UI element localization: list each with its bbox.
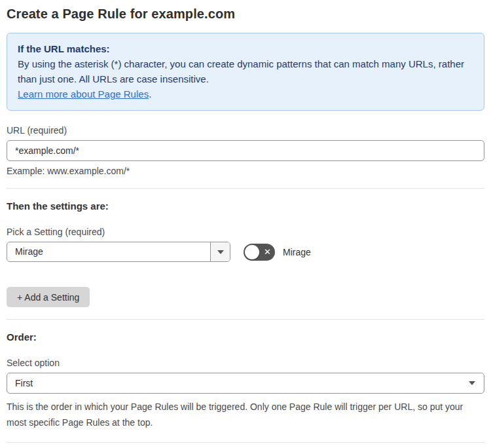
order-select-value: First — [7, 378, 469, 388]
url-field-label: URL (required) — [7, 125, 484, 136]
toggle-label: Mirage — [283, 247, 311, 257]
url-input[interactable] — [7, 140, 484, 161]
chevron-down-icon — [217, 250, 224, 254]
setting-dropdown[interactable]: Mirage — [7, 242, 230, 262]
order-select[interactable]: First — [7, 373, 484, 394]
select-option-label: Select option — [7, 358, 484, 368]
order-help-text: This is the order in which your Page Rul… — [7, 399, 478, 430]
divider — [7, 319, 484, 320]
pick-setting-label: Pick a Setting (required) — [7, 227, 484, 237]
toggle-off-x-icon: ✕ — [264, 248, 271, 256]
setting-row: Mirage ✕ Mirage — [7, 242, 484, 262]
link-period: . — [149, 88, 151, 100]
url-example-text: Example: www.example.com/* — [7, 166, 484, 176]
divider — [7, 442, 484, 443]
order-section-heading: Order: — [7, 331, 484, 343]
toggle-knob — [245, 245, 259, 259]
mirage-toggle[interactable]: ✕ — [244, 244, 275, 261]
chevron-down-icon — [469, 381, 475, 385]
setting-dropdown-caret-button[interactable] — [210, 242, 230, 261]
setting-dropdown-value: Mirage — [7, 242, 210, 261]
divider — [7, 188, 484, 189]
info-box-link-line: Learn more about Page Rules. — [18, 86, 473, 102]
add-setting-button[interactable]: + Add a Setting — [7, 287, 90, 307]
page-title: Create a Page Rule for example.com — [7, 7, 484, 22]
info-box-body: By using the asterisk (*) character, you… — [18, 56, 473, 86]
learn-more-link[interactable]: Learn more about Page Rules — [18, 88, 149, 100]
settings-section-heading: Then the settings are: — [7, 200, 484, 212]
url-match-info-box: If the URL matches: By using the asteris… — [7, 33, 484, 111]
info-box-heading: If the URL matches: — [18, 41, 473, 56]
page-rule-form: Create a Page Rule for example.com If th… — [0, 0, 491, 448]
